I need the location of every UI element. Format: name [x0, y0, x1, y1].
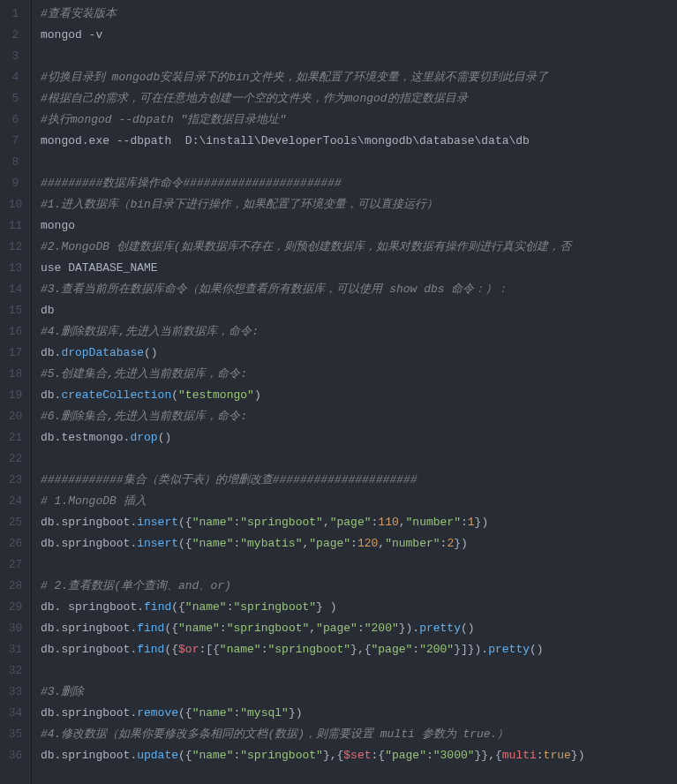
line-number: 27 [0, 554, 31, 576]
token-bool: true [544, 749, 571, 762]
token-plain: : [412, 643, 419, 656]
line-number: 36 [0, 745, 31, 766]
code-line[interactable]: #5.创建集合,先进入当前数据库，命令: [41, 364, 677, 385]
token-plain: : [350, 537, 357, 550]
code-line[interactable]: db.springboot.find({$or:[{"name":"spring… [41, 639, 677, 660]
token-plain: },{ [350, 643, 371, 656]
token-plain: }},{ [475, 749, 502, 762]
line-number: 8 [0, 152, 31, 173]
token-comment: #切换目录到 mongodb安装目录下的bin文件夹，如果配置了环境变量，这里就… [41, 71, 548, 84]
code-line[interactable]: #4.删除数据库,先进入当前数据库，命令: [41, 321, 677, 343]
code-line[interactable]: use DATABASE_NAME [41, 258, 677, 279]
line-number: 7 [0, 131, 31, 152]
token-plain: }]}). [454, 643, 488, 656]
line-number: 19 [0, 385, 31, 406]
token-num: 120 [357, 537, 378, 550]
token-string: "200" [419, 643, 454, 656]
token-prop: multi [502, 749, 537, 762]
token-plain: , [378, 537, 385, 550]
code-line[interactable]: #2.MongoDB 创建数据库(如果数据库不存在，则预创建数据库，如果对数据有… [41, 237, 677, 258]
code-line[interactable]: mongo [41, 215, 677, 237]
code-editor[interactable]: 1234567891011121314151617181920212223242… [0, 0, 677, 784]
token-plain: db.springboot. [41, 537, 137, 550]
line-number: 23 [0, 470, 31, 491]
token-func: pretty [488, 643, 530, 656]
code-line[interactable]: #执行mongod --dbpath "指定数据目录地址" [41, 109, 677, 131]
token-plain: }) [571, 749, 585, 762]
code-line[interactable] [41, 449, 677, 470]
code-line[interactable]: db [41, 300, 677, 321]
token-func: drop [130, 431, 157, 444]
token-var: $set [343, 749, 371, 762]
token-string: "testmongo" [178, 388, 254, 402]
token-plain: db. [41, 346, 61, 359]
token-string: "springboot" [240, 516, 323, 529]
line-number: 30 [0, 618, 31, 639]
code-line[interactable]: mongod -v [41, 25, 677, 46]
token-plain: db.testmongo. [41, 431, 130, 444]
token-plain: db. springboot. [41, 600, 144, 614]
code-line[interactable]: #6.删除集合,先进入当前数据库，命令: [41, 406, 677, 427]
line-number: 10 [0, 194, 31, 215]
code-line[interactable] [41, 554, 677, 576]
code-line[interactable]: db.springboot.remove({"name":"mysql"}) [41, 703, 677, 724]
token-func: find [144, 600, 171, 614]
token-plain: ({ [171, 600, 185, 614]
code-content[interactable]: #查看安装版本mongod -v#切换目录到 mongodb安装目录下的bin文… [32, 0, 677, 784]
code-line[interactable]: db.springboot.insert({"name":"mybatis","… [41, 533, 677, 554]
token-string: "name" [178, 622, 220, 635]
code-line[interactable]: db. springboot.find({"name":"springboot"… [41, 597, 677, 618]
token-comment: #4.修改数据（如果你要修改多条相同的文档(数据)，则需要设置 multi 参数… [41, 727, 508, 741]
token-plain: : [357, 622, 365, 635]
token-comment: #执行mongod --dbpath "指定数据目录地址" [41, 113, 286, 126]
code-line[interactable]: mongod.exe --dbpath D:\install\Developer… [41, 131, 677, 152]
code-line[interactable]: #查看安装版本 [41, 4, 677, 25]
token-comment: #########数据库操作命令####################### [41, 177, 342, 190]
token-plain: ({ [178, 749, 192, 762]
code-line[interactable] [41, 152, 677, 173]
code-line[interactable]: #切换目录到 mongodb安装目录下的bin文件夹，如果配置了环境变量，这里就… [41, 67, 677, 88]
token-plain: ({ [178, 516, 192, 529]
code-line[interactable]: # 2.查看数据(单个查询、and、or) [41, 576, 677, 597]
token-comment: #根据自己的需求，可在任意地方创建一个空的文件夹，作为mongod的指定数据目录 [41, 92, 468, 105]
token-plain: : [537, 749, 544, 762]
line-number: 11 [0, 215, 31, 237]
token-string: "springboot" [240, 749, 323, 762]
code-line[interactable]: #3.删除 [41, 682, 677, 703]
token-plain: }) [289, 706, 303, 720]
code-line[interactable]: # 1.MongoDB 插入 [41, 491, 677, 512]
code-line[interactable] [41, 46, 677, 67]
token-func: insert [137, 537, 178, 550]
token-string: "number" [385, 537, 440, 550]
code-line[interactable]: #4.修改数据（如果你要修改多条相同的文档(数据)，则需要设置 multi 参数… [41, 724, 677, 745]
code-line[interactable]: db.dropDatabase() [41, 343, 677, 364]
code-line[interactable]: db.springboot.find({"name":"springboot",… [41, 618, 677, 639]
line-number: 4 [0, 67, 31, 88]
token-func: remove [137, 706, 178, 720]
token-comment: #5.创建集合,先进入当前数据库，命令: [41, 367, 247, 381]
line-number: 24 [0, 491, 31, 512]
token-string: "name" [185, 600, 227, 614]
code-line[interactable]: db.testmongo.drop() [41, 427, 677, 449]
code-line[interactable]: #########数据库操作命令####################### [41, 173, 677, 194]
code-line[interactable]: db.springboot.update({"name":"springboot… [41, 745, 677, 766]
token-plain: () [144, 346, 158, 359]
token-plain: } ) [316, 600, 336, 614]
token-plain: ({ [178, 706, 192, 720]
code-line[interactable] [41, 660, 677, 682]
code-line[interactable]: db.springboot.insert({"name":"springboot… [41, 512, 677, 533]
code-line[interactable]: db.createCollection("testmongo") [41, 385, 677, 406]
line-number: 2 [0, 25, 31, 46]
line-number: 15 [0, 300, 31, 321]
line-number: 26 [0, 533, 31, 554]
token-plain: db. [41, 388, 61, 402]
token-plain: db.springboot. [41, 622, 137, 635]
code-line[interactable]: #3.查看当前所在数据库命令（如果你想查看所有数据库，可以使用 show dbs… [41, 279, 677, 300]
code-line[interactable]: #1.进入数据库（bin目录下进行操作，如果配置了环境变量，可以直接运行） [41, 194, 677, 215]
code-line[interactable]: #根据自己的需求，可在任意地方创建一个空的文件夹，作为mongod的指定数据目录 [41, 88, 677, 109]
token-comment: #查看安装版本 [41, 7, 117, 20]
line-number: 22 [0, 449, 31, 470]
line-number: 29 [0, 597, 31, 618]
code-line[interactable]: ############集合（类似于表）的增删改查###############… [41, 470, 677, 491]
token-plain: , [323, 516, 330, 529]
